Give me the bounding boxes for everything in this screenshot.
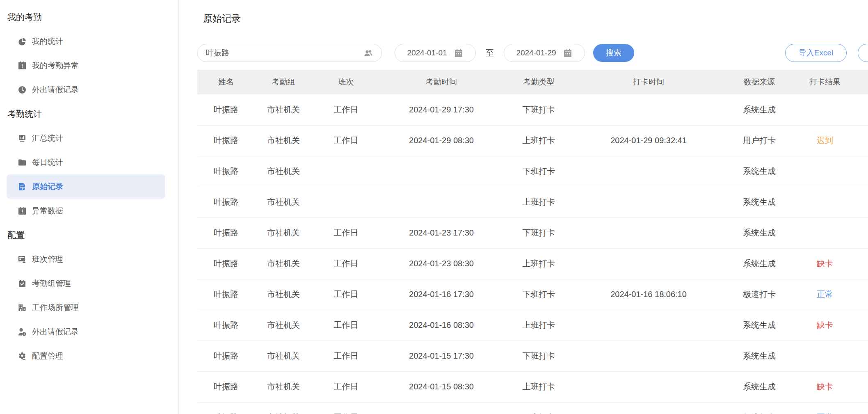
sidebar-item-my-stats[interactable]: 我的统计 <box>7 29 165 53</box>
cell-att-type: 上班打卡 <box>503 187 575 217</box>
table-row: 叶振路 市社机关 工作日 2024-01-23 17:30 下班打卡 系统生成 <box>197 217 868 248</box>
cell-shift: 工作日 <box>312 341 380 371</box>
cell-punch-time <box>575 94 722 125</box>
cell-att-time: 2024-01-29 17:30 <box>380 94 503 125</box>
cell-source: 系统生成 <box>722 310 796 341</box>
import-excel-button[interactable]: 导入Excel <box>785 44 847 62</box>
date-from-input[interactable]: 2024-01-01 <box>395 44 476 62</box>
sidebar-item-my-anomalies[interactable]: 我的考勤异常 <box>7 53 165 78</box>
cell-att-type: 下班打卡 <box>503 279 575 310</box>
cell-att-type: 下班打卡 <box>503 94 575 125</box>
buildings-icon <box>18 304 26 312</box>
date-range-separator: 至 <box>486 48 494 59</box>
clipped-edge-button[interactable] <box>858 44 868 62</box>
sidebar-item-config-management[interactable]: 配置管理 <box>7 344 165 368</box>
cell-group: 市社机关 <box>255 310 312 341</box>
cell-filler <box>854 310 868 341</box>
records-table-container: 姓名 考勤组 班次 考勤时间 考勤类型 打卡时间 数据来源 打卡结果 叶振路 市… <box>197 70 868 414</box>
cell-punch-time: 2024-01-12 17:32:43 <box>575 402 722 414</box>
cell-att-type: 下班打卡 <box>503 217 575 248</box>
sidebar-item-leave-records-top[interactable]: 外出请假记录 <box>7 78 165 102</box>
cell-att-time <box>380 187 503 217</box>
cell-filler <box>854 248 868 279</box>
cell-result: 正常 <box>796 402 854 414</box>
calendar-icon <box>563 48 573 58</box>
cell-att-time: 2024-01-15 08:30 <box>380 371 503 402</box>
user-clock-icon <box>18 328 26 336</box>
sidebar-item-daily-stats[interactable]: 每日统计 <box>7 150 165 174</box>
page-title: 原始记录 <box>203 12 868 25</box>
cell-source: 极速打卡 <box>722 279 796 310</box>
cell-group: 市社机关 <box>255 125 312 156</box>
col-att-type: 考勤类型 <box>503 70 575 94</box>
search-input[interactable] <box>206 48 363 57</box>
col-result: 打卡结果 <box>796 70 854 94</box>
cell-source: 极速打卡 <box>722 402 796 414</box>
table-header-row: 姓名 考勤组 班次 考勤时间 考勤类型 打卡时间 数据来源 打卡结果 <box>197 70 868 94</box>
col-name: 姓名 <box>197 70 255 94</box>
sidebar-item-leave-records-config[interactable]: 外出请假记录 <box>7 320 165 344</box>
sidebar-item-shift-management[interactable]: 班次管理 <box>7 247 165 271</box>
cell-name: 叶振路 <box>197 402 255 414</box>
cell-source: 系统生成 <box>722 341 796 371</box>
cell-filler <box>854 94 868 125</box>
col-att-time: 考勤时间 <box>380 70 503 94</box>
search-button[interactable]: 搜索 <box>593 44 634 62</box>
cell-filler <box>854 402 868 414</box>
cell-att-time: 2024-01-12 17:30 <box>380 402 503 414</box>
cell-punch-time <box>575 217 722 248</box>
cell-punch-time <box>575 310 722 341</box>
pie-chart-icon <box>18 37 26 46</box>
cell-att-type: 上班打卡 <box>503 125 575 156</box>
cell-att-type: 下班打卡 <box>503 341 575 371</box>
cell-source: 系统生成 <box>722 371 796 402</box>
cell-result: 正常 <box>796 279 854 310</box>
cell-shift <box>312 187 380 217</box>
sidebar-item-summary-stats[interactable]: 汇总统计 <box>7 126 165 150</box>
cell-filler <box>854 125 868 156</box>
cell-result: 缺卡 <box>796 248 854 279</box>
cell-punch-time <box>575 371 722 402</box>
cell-group: 市社机关 <box>255 156 312 187</box>
sidebar-item-anomaly-data[interactable]: 异常数据 <box>7 199 165 223</box>
cell-result: 迟到 <box>796 125 854 156</box>
cell-att-type: 上班打卡 <box>503 310 575 341</box>
cell-punch-time: 2024-01-16 18:06:10 <box>575 279 722 310</box>
cell-shift: 工作日 <box>312 217 380 248</box>
cell-shift: 工作日 <box>312 310 380 341</box>
cell-filler <box>854 279 868 310</box>
cell-shift: 工作日 <box>312 248 380 279</box>
sidebar-item-raw-records[interactable]: 原始记录 <box>7 174 165 199</box>
stats-bubble-icon <box>18 134 26 142</box>
cell-att-type: 下班打卡 <box>503 402 575 414</box>
table-row: 叶振路 市社机关 下班打卡 系统生成 <box>197 156 868 187</box>
cell-att-type: 上班打卡 <box>503 248 575 279</box>
cell-name: 叶振路 <box>197 341 255 371</box>
cell-shift: 工作日 <box>312 94 380 125</box>
cell-filler <box>854 341 868 371</box>
cell-source: 系统生成 <box>722 94 796 125</box>
col-group: 考勤组 <box>255 70 312 94</box>
group-icon[interactable] <box>363 48 373 58</box>
calendar-check-icon <box>18 279 26 288</box>
calendar-exclamation-icon <box>18 62 26 70</box>
cell-result <box>796 341 854 371</box>
date-to-input[interactable]: 2024-01-29 <box>504 44 585 62</box>
cell-group: 市社机关 <box>255 94 312 125</box>
calendar-icon <box>454 48 464 58</box>
cell-shift: 工作日 <box>312 371 380 402</box>
col-shift: 班次 <box>312 70 380 94</box>
cell-punch-time <box>575 187 722 217</box>
table-row: 叶振路 市社机关 工作日 2024-01-16 08:30 上班打卡 系统生成 … <box>197 310 868 341</box>
cell-group: 市社机关 <box>255 217 312 248</box>
sidebar-item-workplace-management[interactable]: 工作场所管理 <box>7 295 165 320</box>
records-table: 姓名 考勤组 班次 考勤时间 考勤类型 打卡时间 数据来源 打卡结果 叶振路 市… <box>197 70 868 414</box>
cell-group: 市社机关 <box>255 279 312 310</box>
cell-att-time: 2024-01-23 08:30 <box>380 248 503 279</box>
sidebar-item-group-management[interactable]: 考勤组管理 <box>7 271 165 295</box>
cell-group: 市社机关 <box>255 341 312 371</box>
cell-shift: 工作日 <box>312 279 380 310</box>
cell-source: 系统生成 <box>722 187 796 217</box>
clock-icon <box>18 86 26 94</box>
table-row: 叶振路 市社机关 上班打卡 系统生成 <box>197 187 868 217</box>
